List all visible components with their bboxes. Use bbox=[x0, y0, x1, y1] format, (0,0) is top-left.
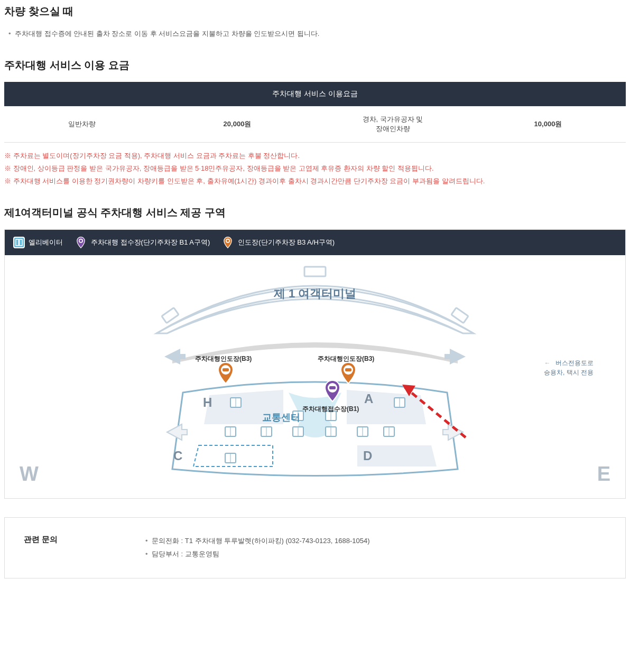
contact-list: 문의전화 : T1 주차대행 투루발렛(하이파킹) (032-743-0123,… bbox=[145, 535, 370, 561]
fee-price-1: 20,000원 bbox=[160, 106, 315, 143]
label-reception: 주차대행접수장(B1) bbox=[302, 405, 359, 414]
terminal-label: 제 1 여객터미널 bbox=[274, 286, 356, 302]
label-delivery-h: 주차대행인도장(B3) bbox=[195, 354, 252, 363]
svg-rect-6 bbox=[304, 267, 326, 276]
legend-delivery-label: 인도장(단기주차장 B3 A/H구역) bbox=[238, 238, 335, 247]
svg-rect-8 bbox=[162, 308, 179, 323]
map-body: 제 1 여객터미널 bbox=[5, 255, 625, 498]
delivery-pin-h bbox=[216, 361, 235, 385]
fee-label-2: 경차, 국가유공자 및 장애인차량 bbox=[315, 106, 470, 143]
elevator-icon bbox=[13, 237, 25, 248]
svg-point-3 bbox=[80, 240, 82, 242]
contact-item-1: 문의전화 : T1 주차대행 투루발렛(하이파킹) (032-743-0123,… bbox=[145, 535, 370, 548]
label-traffic-center: 교통센터 bbox=[262, 411, 300, 424]
svg-point-5 bbox=[227, 240, 229, 242]
contact-title: 관련 문의 bbox=[24, 535, 145, 545]
map-container: 엘리베이터 주차대행 접수장(단기주차장 B1 A구역) 인도장(단기주차장 B… bbox=[4, 229, 626, 499]
svg-rect-0 bbox=[16, 239, 18, 246]
fee-notices: ※ 주차료는 별도이며(장기주차장 요금 적용), 주차대행 서비스 요금과 주… bbox=[4, 150, 626, 187]
delivery-pin-icon bbox=[221, 236, 234, 249]
pickup-title: 차량 찾으실 때 bbox=[4, 4, 626, 18]
label-area-d: D bbox=[363, 449, 372, 463]
legend-delivery: 인도장(단기주차장 B3 A/H구역) bbox=[221, 236, 335, 249]
map-section: 제1여객터미널 공식 주차대행 서비스 제공 구역 엘리베이터 주차대행 접수장… bbox=[4, 206, 626, 499]
map-legend: 엘리베이터 주차대행 접수장(단기주차장 B1 A구역) 인도장(단기주차장 B… bbox=[5, 230, 625, 255]
fee-price-2: 10,000원 bbox=[470, 106, 626, 143]
bus-lane-text: ← 버스전용도로 승용차, 택시 전용 bbox=[544, 358, 594, 377]
terminal-arc-shape bbox=[125, 265, 505, 339]
side-w: W bbox=[20, 463, 39, 486]
fees-section: 주차대행 서비스 이용 요금 주차대행 서비스 이용요금 일반차량 20,000… bbox=[4, 58, 626, 187]
reception-pin bbox=[323, 379, 342, 403]
bus-lane-2: 승용차, 택시 전용 bbox=[544, 369, 594, 376]
bus-lane-1: 버스전용도로 bbox=[555, 359, 594, 367]
fee-notice-2: ※ 장애인, 상이등급 판정을 받은 국가유공자, 장애등급을 받은 5·18민… bbox=[4, 163, 626, 174]
legend-reception-label: 주차대행 접수장(단기주차장 B1 A구역) bbox=[91, 238, 210, 247]
svg-rect-37 bbox=[329, 386, 336, 389]
contact-item-2: 담당부서 : 교통운영팀 bbox=[145, 548, 370, 561]
svg-rect-33 bbox=[223, 368, 229, 371]
svg-rect-35 bbox=[345, 368, 351, 371]
arrow-left-icon: ← bbox=[544, 359, 551, 367]
legend-reception: 주차대행 접수장(단기주차장 B1 A구역) bbox=[75, 236, 210, 249]
fee-table-header: 주차대행 서비스 이용요금 bbox=[4, 82, 626, 106]
side-e: E bbox=[597, 463, 610, 486]
legend-elevator: 엘리베이터 bbox=[13, 237, 63, 248]
contact-box: 관련 문의 문의전화 : T1 주차대행 투루발렛(하이파킹) (032-743… bbox=[4, 517, 626, 578]
label-delivery-a: 주차대행인도장(B3) bbox=[318, 354, 374, 363]
reception-pin-icon bbox=[75, 236, 87, 249]
label-area-a: A bbox=[364, 391, 373, 406]
label-area-h: H bbox=[203, 395, 212, 410]
svg-rect-7 bbox=[451, 308, 468, 323]
fee-notice-1: ※ 주차료는 별도이며(장기주차장 요금 적용), 주차대행 서비스 요금과 주… bbox=[4, 150, 626, 162]
fee-notice-3: ※ 주차대행 서비스를 이용한 정기권차량이 차량키를 인도받은 후, 출차유예… bbox=[4, 175, 626, 187]
pickup-item: 주차대행 접수증에 안내된 출차 장소로 이동 후 서비스요금을 지불하고 차량… bbox=[8, 28, 626, 40]
legend-elevator-label: 엘리베이터 bbox=[29, 238, 63, 247]
fees-title: 주차대행 서비스 이용 요금 bbox=[4, 58, 626, 72]
svg-rect-1 bbox=[20, 239, 22, 246]
fee-row: 일반차량 20,000원 경차, 국가유공자 및 장애인차량 10,000원 bbox=[4, 106, 626, 143]
map-title: 제1여객터미널 공식 주차대행 서비스 제공 구역 bbox=[4, 206, 626, 220]
red-arrow bbox=[151, 369, 479, 474]
fee-label-1: 일반차량 bbox=[4, 106, 160, 143]
pickup-section: 차량 찾으실 때 주차대행 접수증에 안내된 출차 장소로 이동 후 서비스요금… bbox=[4, 4, 626, 40]
label-area-c: C bbox=[173, 449, 182, 463]
fee-table: 주차대행 서비스 이용요금 일반차량 20,000원 경차, 국가유공자 및 장… bbox=[4, 82, 626, 143]
pickup-list: 주차대행 접수증에 안내된 출차 장소로 이동 후 서비스요금을 지불하고 차량… bbox=[4, 28, 626, 40]
